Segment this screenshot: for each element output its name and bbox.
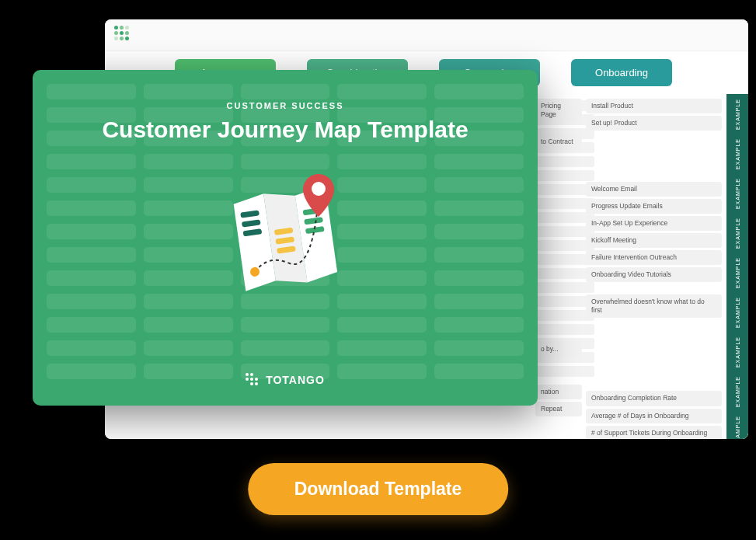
totango-logo-icon (114, 26, 133, 44)
example-label: EXAMPLE (735, 99, 740, 130)
cover-card: CUSTOMER SUCCESS Customer Journey Map Te… (33, 70, 538, 406)
svg-point-10 (312, 182, 326, 196)
conversion-column: Pricing Page to Contract o by... nation … (535, 94, 582, 421)
map-icon (211, 159, 359, 298)
cell-completion: Onboarding Completion Rate (586, 391, 722, 406)
cell-avgdays: Average # of Days in Onboarding (586, 409, 722, 423)
totango-logo-icon (246, 373, 260, 387)
example-label: EXAMPLE (735, 178, 740, 209)
cell-install: Install Product (586, 99, 722, 113)
cell-overwhelmed: Overwhelmed doesn't know what to do firs… (586, 294, 722, 318)
cell-conv-m1: o by... (535, 342, 582, 357)
cell-inapp: In-App Set Up Experience (586, 216, 722, 231)
cell-conv-m3: Repeat (535, 402, 582, 416)
cell-conv-m2: nation (535, 385, 582, 399)
cell-failure: Failure Intervention Outreach (586, 250, 722, 265)
cover-title: Customer Journey Map Template (102, 117, 468, 143)
download-template-button[interactable]: Download Template (248, 463, 509, 515)
cover-eyebrow: CUSTOMER SUCCESS (227, 101, 344, 110)
example-label: EXAMPLE (735, 376, 740, 407)
cell-setup: Set up! Product (586, 116, 722, 131)
brand-row: TOTANGO (246, 373, 325, 387)
example-label: EXAMPLE (735, 257, 740, 288)
brand-name: TOTANGO (266, 374, 325, 386)
onboarding-column: Install Product Set up! Product Welcome … (586, 94, 722, 439)
example-strip: EXAMPLE EXAMPLE EXAMPLE EXAMPLE EXAMPLE … (726, 94, 748, 439)
example-label: EXAMPLE (735, 297, 740, 328)
cell-contract: to Contract (535, 134, 582, 149)
tab-onboarding[interactable]: Onboarding (571, 59, 672, 86)
example-label: EXAMPLE (735, 218, 740, 249)
cell-kickoff: Kickoff Meeting (586, 233, 722, 248)
cell-tutorials: Onboarding Video Tutorials (586, 267, 722, 282)
example-label: EXAMPLE (735, 416, 740, 439)
cell-progress: Progress Update Emails (586, 199, 722, 214)
example-label: EXAMPLE (735, 336, 740, 368)
cell-pricing-page: Pricing Page (535, 99, 582, 122)
cell-tickets: # of Support Tickets During Onboarding (586, 426, 722, 439)
cell-welcome: Welcome Email (586, 182, 722, 197)
example-label: EXAMPLE (735, 138, 740, 169)
sheet-header (105, 19, 748, 51)
